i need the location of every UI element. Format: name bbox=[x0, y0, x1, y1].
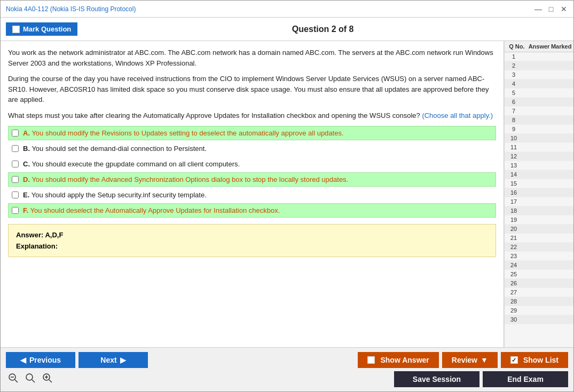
sidebar-row-no: 7 bbox=[506, 108, 522, 114]
sidebar-row[interactable]: 14 bbox=[505, 170, 573, 179]
sidebar-row[interactable]: 24 bbox=[505, 261, 573, 270]
end-exam-label: End Exam bbox=[507, 375, 544, 383]
zoom-in-button[interactable] bbox=[40, 372, 55, 387]
question-title: Question 2 of 8 bbox=[77, 25, 568, 34]
end-exam-button[interactable]: End Exam bbox=[483, 371, 568, 387]
sidebar-row[interactable]: 30 bbox=[505, 315, 573, 324]
sidebar-row-no: 18 bbox=[506, 207, 522, 214]
next-label: Next bbox=[100, 356, 116, 364]
previous-button[interactable]: ◀ Previous bbox=[6, 352, 75, 368]
zoom-out-button[interactable] bbox=[6, 372, 21, 387]
sidebar-row[interactable]: 21 bbox=[505, 234, 573, 243]
mark-checkbox-icon bbox=[12, 26, 20, 33]
svg-line-8 bbox=[49, 380, 52, 382]
sidebar-row[interactable]: 25 bbox=[505, 270, 573, 279]
sidebar-row[interactable]: 26 bbox=[505, 279, 573, 288]
sidebar-row[interactable]: 3 bbox=[505, 70, 573, 79]
answer-label: Answer: A,D,F bbox=[16, 231, 488, 239]
option-c-checkbox[interactable] bbox=[12, 161, 19, 167]
sidebar-row-no: 13 bbox=[506, 162, 522, 169]
sidebar-row[interactable]: 2 bbox=[505, 61, 573, 70]
save-session-button[interactable]: Save Session bbox=[394, 371, 479, 387]
sidebar-row-no: 19 bbox=[506, 217, 522, 223]
sidebar-row-no: 30 bbox=[506, 316, 522, 323]
sidebar-row-no: 9 bbox=[506, 126, 522, 132]
options-list: A. You should modify the Revisions to Up… bbox=[8, 126, 496, 218]
option-f: F. You should deselect the Automatically… bbox=[8, 203, 496, 218]
nav-row: ◀ Previous Next ▶ Show Answer Review ▼ S… bbox=[6, 352, 568, 368]
zoom-reset-icon bbox=[25, 373, 36, 383]
option-f-text: F. You should deselect the Automatically… bbox=[23, 206, 280, 214]
sidebar-row-no: 12 bbox=[506, 153, 522, 159]
sidebar-row[interactable]: 6 bbox=[505, 98, 573, 107]
sidebar-row[interactable]: 18 bbox=[505, 206, 573, 215]
sidebar-row-no: 27 bbox=[506, 289, 522, 295]
sidebar-row[interactable]: 5 bbox=[505, 89, 573, 98]
show-answer-button[interactable]: Show Answer bbox=[358, 352, 438, 368]
option-e-text: E. You should apply the Setup security.i… bbox=[23, 191, 207, 199]
option-f-checkbox[interactable] bbox=[12, 207, 19, 214]
sidebar-row[interactable]: 29 bbox=[505, 306, 573, 315]
zoom-out-icon bbox=[8, 373, 19, 383]
question-sidebar: Q No. Answer Marked 1 2 3 4 5 6 bbox=[504, 41, 573, 347]
next-button[interactable]: Next ▶ bbox=[78, 352, 148, 368]
sidebar-row[interactable]: 7 bbox=[505, 107, 573, 116]
sidebar-col-qno: Q No. bbox=[506, 43, 528, 50]
window-controls: — □ ✕ bbox=[534, 5, 568, 13]
sidebar-row[interactable]: 11 bbox=[505, 143, 573, 152]
zoom-in-icon bbox=[42, 373, 53, 383]
option-e: E. You should apply the Setup security.i… bbox=[8, 188, 496, 202]
sidebar-row[interactable]: 23 bbox=[505, 252, 573, 261]
sidebar-row-no: 22 bbox=[506, 244, 522, 250]
sidebar-row[interactable]: 22 bbox=[505, 243, 573, 252]
toolbar: Mark Question Question 2 of 8 bbox=[1, 18, 573, 41]
sidebar-row-no: 5 bbox=[506, 90, 522, 96]
option-a-checkbox[interactable] bbox=[12, 130, 19, 137]
sidebar-row[interactable]: 20 bbox=[505, 225, 573, 234]
sidebar-row[interactable]: 13 bbox=[505, 161, 573, 170]
sidebar-row[interactable]: 27 bbox=[505, 288, 573, 297]
next-arrow-icon: ▶ bbox=[120, 356, 126, 364]
sidebar-row-no: 20 bbox=[506, 226, 522, 232]
sidebar-row[interactable]: 28 bbox=[505, 297, 573, 306]
option-a-text: A. You should modify the Revisions to Up… bbox=[23, 129, 344, 137]
sidebar-row[interactable]: 15 bbox=[505, 179, 573, 188]
minimize-icon[interactable]: — bbox=[534, 5, 542, 13]
sidebar-row[interactable]: 4 bbox=[505, 79, 573, 89]
svg-point-3 bbox=[26, 374, 33, 380]
sidebar-row[interactable]: 8 bbox=[505, 116, 573, 125]
sidebar-row[interactable]: 19 bbox=[505, 215, 573, 225]
option-d-checkbox[interactable] bbox=[12, 176, 19, 183]
sidebar-row-no: 29 bbox=[506, 307, 522, 314]
sidebar-row-no: 25 bbox=[506, 271, 522, 277]
sidebar-row[interactable]: 9 bbox=[505, 125, 573, 134]
sidebar-col-answer: Answer bbox=[528, 43, 551, 50]
option-b: B. You should set the demand-dial connec… bbox=[8, 141, 496, 156]
sidebar-row-no: 2 bbox=[506, 62, 522, 69]
explanation-label: Explanation: bbox=[16, 242, 488, 250]
option-e-checkbox[interactable] bbox=[12, 191, 19, 198]
main-content: You work as the network administrator at… bbox=[1, 41, 573, 347]
zoom-reset-button[interactable] bbox=[23, 372, 38, 387]
option-d: D. You should modify the Advanced Synchr… bbox=[8, 172, 496, 187]
bottom-bar: ◀ Previous Next ▶ Show Answer Review ▼ S… bbox=[1, 347, 573, 391]
mark-question-label: Mark Question bbox=[23, 25, 71, 33]
option-a: A. You should modify the Revisions to Up… bbox=[8, 126, 496, 140]
maximize-icon[interactable]: □ bbox=[547, 5, 555, 13]
option-b-checkbox[interactable] bbox=[12, 145, 19, 152]
sidebar-row[interactable]: 10 bbox=[505, 134, 573, 143]
close-icon[interactable]: ✕ bbox=[560, 5, 568, 13]
sidebar-header: Q No. Answer Marked bbox=[505, 41, 573, 52]
question-text-main: What steps must you take after clearing … bbox=[8, 111, 420, 119]
show-answer-label: Show Answer bbox=[380, 356, 429, 364]
review-button[interactable]: Review ▼ bbox=[442, 352, 498, 368]
show-list-button[interactable]: Show List bbox=[501, 352, 568, 368]
sidebar-row[interactable]: 16 bbox=[505, 188, 573, 197]
question-body: What steps must you take after clearing … bbox=[8, 110, 496, 121]
sidebar-rows: 1 2 3 4 5 6 7 8 bbox=[505, 52, 573, 324]
sidebar-row-no: 11 bbox=[506, 144, 522, 150]
sidebar-row[interactable]: 1 bbox=[505, 52, 573, 61]
sidebar-row[interactable]: 12 bbox=[505, 152, 573, 161]
mark-question-button[interactable]: Mark Question bbox=[6, 22, 77, 36]
sidebar-row[interactable]: 17 bbox=[505, 197, 573, 206]
